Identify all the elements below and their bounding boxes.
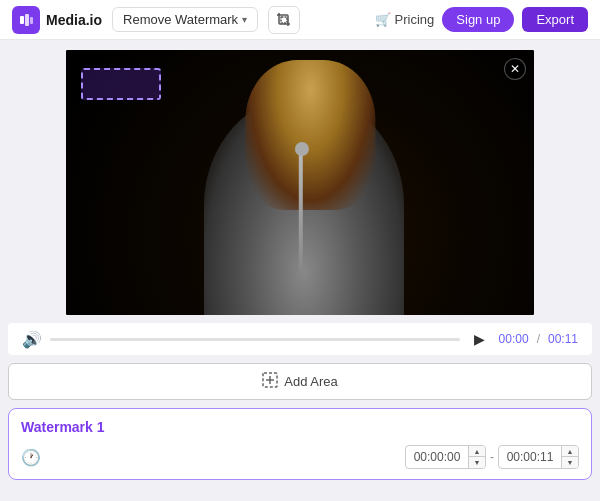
start-time-down[interactable]: ▼ — [469, 457, 485, 468]
pricing-label: Pricing — [395, 12, 435, 27]
remove-watermark-label: Remove Watermark — [123, 12, 238, 27]
end-time-value: 00:00:11 — [499, 447, 561, 467]
svg-rect-2 — [30, 17, 33, 24]
end-time-input[interactable]: 00:00:11 ▲ ▼ — [498, 445, 579, 469]
main-content: ✕ 🔊 ▶ 00:00 / 00:11 Add Area Watermark 1 — [0, 40, 600, 490]
watermark-selection-box[interactable] — [81, 68, 161, 100]
time-range-separator: - — [490, 450, 494, 464]
chevron-down-icon: ▾ — [242, 14, 247, 25]
logo-icon — [12, 6, 40, 34]
watermark-item-header: Watermark 1 — [21, 419, 579, 435]
export-button[interactable]: Export — [522, 7, 588, 32]
end-time-down[interactable]: ▼ — [562, 457, 578, 468]
play-icon: ▶ — [474, 331, 485, 347]
header-right: 🛒 Pricing Sign up Export — [375, 7, 588, 32]
video-close-button[interactable]: ✕ — [504, 58, 526, 80]
add-area-button[interactable]: Add Area — [8, 363, 592, 400]
close-icon: ✕ — [510, 62, 520, 76]
mic-stand — [299, 150, 303, 270]
video-player: ✕ — [66, 50, 534, 315]
video-wrapper: ✕ — [8, 50, 592, 315]
total-time: 00:11 — [548, 332, 578, 346]
start-time-spinner: ▲ ▼ — [468, 446, 485, 468]
start-time-input[interactable]: 00:00:00 ▲ ▼ — [405, 445, 486, 469]
clock-icon: 🕐 — [21, 448, 41, 467]
current-time: 00:00 — [499, 332, 529, 346]
performer-hair — [245, 60, 375, 210]
mic-head — [295, 142, 309, 156]
cart-icon: 🛒 — [375, 12, 391, 27]
watermark-item: Watermark 1 🕐 00:00:00 ▲ ▼ - 00:00:11 — [8, 408, 592, 480]
end-time-up[interactable]: ▲ — [562, 446, 578, 457]
svg-rect-3 — [281, 17, 287, 23]
pricing-button[interactable]: 🛒 Pricing — [375, 12, 435, 27]
svg-rect-1 — [25, 14, 29, 26]
logo: Media.io — [12, 6, 102, 34]
start-time-value: 00:00:00 — [406, 447, 468, 467]
app-header: Media.io Remove Watermark ▾ 🛒 Pricing Si… — [0, 0, 600, 40]
watermark-title: Watermark 1 — [21, 419, 105, 435]
crop-tool-button[interactable] — [268, 6, 300, 34]
add-area-label: Add Area — [284, 374, 338, 389]
time-input-group: 00:00:00 ▲ ▼ - 00:00:11 ▲ ▼ — [405, 445, 579, 469]
progress-bar[interactable] — [50, 338, 460, 341]
signup-button[interactable]: Sign up — [442, 7, 514, 32]
watermark-item-controls: 🕐 00:00:00 ▲ ▼ - 00:00:11 ▲ ▼ — [21, 445, 579, 469]
brand-name: Media.io — [46, 12, 102, 28]
add-area-icon — [262, 372, 278, 391]
volume-icon[interactable]: 🔊 — [22, 330, 42, 349]
play-button[interactable]: ▶ — [468, 329, 491, 349]
start-time-up[interactable]: ▲ — [469, 446, 485, 457]
end-time-spinner: ▲ ▼ — [561, 446, 578, 468]
time-separator: / — [537, 332, 540, 346]
svg-rect-0 — [20, 16, 24, 24]
playback-controls: 🔊 ▶ 00:00 / 00:11 — [8, 323, 592, 355]
remove-watermark-button[interactable]: Remove Watermark ▾ — [112, 7, 258, 32]
